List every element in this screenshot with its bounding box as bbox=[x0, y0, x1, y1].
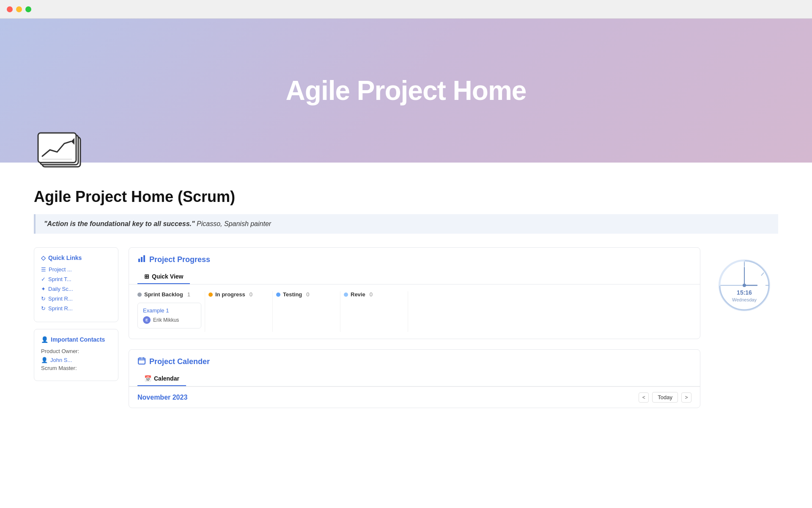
page-title: Agile Project Home (Scrum) bbox=[34, 188, 778, 206]
sprint-review-link-2[interactable]: ↻ Sprint R... bbox=[41, 305, 111, 312]
example-1-user: E Erik Mikkus bbox=[143, 316, 196, 324]
calendar-navigation: < Today > bbox=[639, 392, 691, 403]
person-circle-icon: 👤 bbox=[41, 357, 48, 363]
svg-text:15:16: 15:16 bbox=[737, 289, 752, 296]
hero-banner: Agile Project Home bbox=[0, 19, 812, 163]
window-chrome bbox=[0, 0, 812, 19]
product-owner-link[interactable]: 👤 John S... bbox=[41, 357, 111, 363]
testing-dot bbox=[276, 293, 280, 297]
testing-header: Testing 0 bbox=[276, 291, 337, 298]
sprint-backlog-column: Sprint Backlog 1 Example 1 E Erik Mikkus bbox=[137, 291, 205, 332]
project-link[interactable]: ☰ Project ... bbox=[41, 266, 111, 273]
clock-svg: 15:16 Wednesday bbox=[715, 256, 774, 315]
svg-rect-9 bbox=[138, 358, 145, 364]
in-progress-header: In progress 0 bbox=[208, 291, 269, 298]
calendar-tabs: 📅 Calendar bbox=[129, 372, 700, 387]
review-label: Revie bbox=[351, 291, 365, 298]
testing-column: Testing 0 bbox=[273, 291, 340, 332]
chart-icon bbox=[137, 254, 146, 265]
svg-point-19 bbox=[743, 284, 746, 287]
contacts-card: 👤 Important Contacts Product Owner: 👤 Jo… bbox=[34, 329, 118, 381]
quote-block: "Action is the foundational key to all s… bbox=[34, 214, 778, 234]
project-progress-title: Project Progress bbox=[149, 255, 210, 264]
svg-line-15 bbox=[761, 273, 764, 276]
sprint-backlog-count: 1 bbox=[187, 291, 190, 298]
sidebar: ◇ Quick Links ☰ Project ... ✓ Sprint T..… bbox=[34, 247, 118, 381]
project-progress-header: Project Progress bbox=[129, 248, 700, 270]
example-1-card[interactable]: Example 1 E Erik Mikkus bbox=[137, 303, 201, 329]
quote-attribution: Picasso, Spanish painter bbox=[195, 220, 272, 227]
fullscreen-button[interactable] bbox=[25, 6, 31, 12]
close-button[interactable] bbox=[7, 6, 13, 12]
sprint-review-link-1[interactable]: ↻ Sprint R... bbox=[41, 295, 111, 302]
svg-rect-7 bbox=[141, 257, 143, 262]
person-icon: 👤 bbox=[41, 336, 48, 343]
prev-month-button[interactable]: < bbox=[639, 392, 649, 403]
svg-text:Wednesday: Wednesday bbox=[732, 297, 757, 302]
review-column: Revie 0 bbox=[340, 291, 408, 332]
project-calendar-panel: Project Calender 📅 Calendar November 202… bbox=[129, 349, 700, 408]
clock-widget: 15:16 Wednesday bbox=[710, 247, 778, 315]
project-calendar-title: Project Calender bbox=[149, 357, 210, 366]
diamond-icon: ◇ bbox=[41, 254, 46, 261]
quick-links-card: ◇ Quick Links ☰ Project ... ✓ Sprint T..… bbox=[34, 247, 118, 322]
today-button[interactable]: Today bbox=[652, 392, 678, 403]
erik-avatar: E bbox=[143, 316, 151, 324]
testing-label: Testing bbox=[283, 291, 302, 298]
review-dot bbox=[344, 293, 348, 297]
kanban-board: Sprint Backlog 1 Example 1 E Erik Mikkus bbox=[129, 284, 700, 339]
review-header: Revie 0 bbox=[344, 291, 404, 298]
check-circle-icon: ✓ bbox=[41, 276, 46, 282]
svg-rect-6 bbox=[138, 259, 140, 262]
sprint-backlog-dot bbox=[137, 293, 142, 297]
hero-title: Agile Project Home bbox=[286, 75, 527, 106]
grid-icon: ⊞ bbox=[144, 273, 149, 280]
minimize-button[interactable] bbox=[16, 6, 22, 12]
project-calendar-header: Project Calender bbox=[129, 350, 700, 372]
panels: Project Progress ⊞ Quick View Sprint Bac… bbox=[129, 247, 700, 408]
sprint-tracker-link[interactable]: ✓ Sprint T... bbox=[41, 276, 111, 282]
product-owner-label: Product Owner: bbox=[41, 348, 111, 354]
quote-text: "Action is the foundational key to all s… bbox=[44, 220, 195, 227]
in-progress-count: 0 bbox=[250, 291, 252, 298]
calendar-small-icon: 📅 bbox=[144, 375, 151, 382]
refresh-icon-1: ↻ bbox=[41, 295, 46, 302]
calendar-tab[interactable]: 📅 Calendar bbox=[137, 372, 186, 386]
calendar-icon bbox=[137, 356, 146, 367]
svg-rect-8 bbox=[143, 255, 145, 262]
testing-count: 0 bbox=[306, 291, 309, 298]
quick-view-tab[interactable]: ⊞ Quick View bbox=[137, 270, 190, 284]
sprint-backlog-label: Sprint Backlog bbox=[144, 291, 183, 298]
quick-links-title: ◇ Quick Links bbox=[41, 254, 111, 261]
review-count: 0 bbox=[370, 291, 373, 298]
main-layout: ◇ Quick Links ☰ Project ... ✓ Sprint T..… bbox=[34, 247, 778, 408]
next-month-button[interactable]: > bbox=[681, 392, 691, 403]
hero-icon bbox=[34, 129, 89, 171]
contacts-title: 👤 Important Contacts bbox=[41, 336, 111, 343]
list-icon: ☰ bbox=[41, 266, 46, 273]
project-progress-panel: Project Progress ⊞ Quick View Sprint Bac… bbox=[129, 247, 700, 339]
main-content: Agile Project Home (Scrum) "Action is th… bbox=[0, 163, 812, 425]
project-progress-tabs: ⊞ Quick View bbox=[129, 270, 700, 284]
sprint-backlog-header: Sprint Backlog 1 bbox=[137, 291, 201, 298]
in-progress-column: In progress 0 bbox=[205, 291, 273, 332]
in-progress-dot bbox=[208, 293, 213, 297]
scrum-master-label: Scrum Master: bbox=[41, 365, 111, 371]
daily-scrum-link[interactable]: ✦ Daily Sc... bbox=[41, 286, 111, 292]
calendar-month: November 2023 bbox=[137, 394, 187, 401]
in-progress-label: In progress bbox=[215, 291, 245, 298]
svg-rect-2 bbox=[38, 133, 76, 163]
refresh-icon-2: ↻ bbox=[41, 305, 46, 312]
calendar-nav-bar: November 2023 < Today > bbox=[129, 387, 700, 408]
example-1-title: Example 1 bbox=[143, 307, 196, 314]
star-icon: ✦ bbox=[41, 286, 46, 292]
